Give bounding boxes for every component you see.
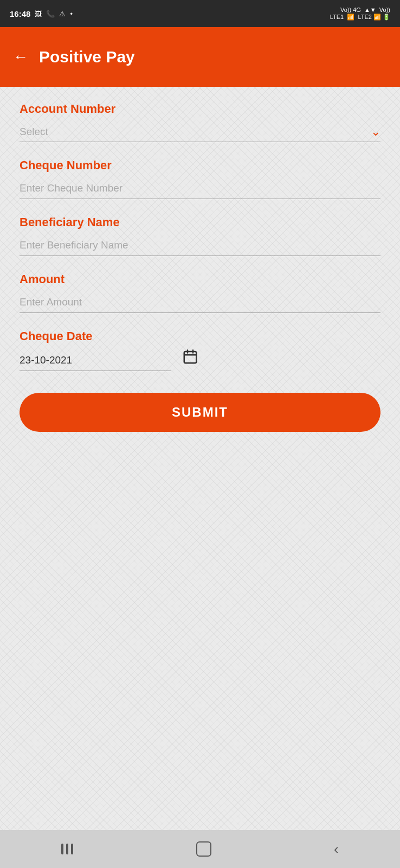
main-content: Account Number Select ⌄ Cheque Number Be… (0, 87, 400, 868)
status-time: 16:48 (10, 9, 30, 18)
status-bar: 16:48 🖼 📞 ⚠ • Vo)) 4G ▲▼ Vo))LTE1 📶 LTE2… (0, 0, 400, 27)
cheque-date-section: Cheque Date (20, 329, 380, 371)
cheque-date-label: Cheque Date (20, 329, 380, 343)
svg-rect-0 (184, 352, 197, 363)
amount-input-wrapper (20, 292, 380, 313)
amount-input[interactable] (20, 292, 380, 313)
cheque-date-input[interactable] (20, 350, 171, 371)
beneficiary-name-input-wrapper (20, 235, 380, 256)
beneficiary-name-section: Beneficiary Name (20, 215, 380, 256)
nav-line-1 (61, 844, 63, 854)
back-nav-icon: ‹ (334, 841, 339, 858)
phone-icon: 📞 (46, 10, 55, 18)
nav-line-2 (66, 844, 68, 854)
status-left: 16:48 🖼 📞 ⚠ • (10, 9, 73, 18)
status-right: Vo)) 4G ▲▼ Vo))LTE1 📶 LTE2 📶 🔋 (330, 7, 390, 21)
nav-home-button[interactable] (196, 841, 211, 857)
cheque-date-wrapper (20, 349, 380, 371)
amount-section: Amount (20, 272, 380, 313)
app-bar: ← Positive Pay (0, 27, 400, 87)
cheque-number-section: Cheque Number (20, 158, 380, 199)
beneficiary-name-input[interactable] (20, 235, 380, 256)
amount-label: Amount (20, 272, 380, 286)
beneficiary-name-label: Beneficiary Name (20, 215, 380, 229)
page-title: Positive Pay (39, 48, 135, 66)
home-icon (196, 841, 211, 857)
account-number-select[interactable]: Select (20, 122, 380, 142)
image-icon: 🖼 (35, 10, 42, 18)
cheque-number-label: Cheque Number (20, 158, 380, 173)
back-button[interactable]: ← (13, 49, 28, 65)
cheque-number-input-wrapper (20, 178, 380, 199)
bottom-nav: ‹ (0, 830, 400, 868)
recent-apps-icon (61, 844, 73, 854)
submit-button[interactable]: SUBMIT (20, 393, 380, 432)
signal-info: Vo)) 4G ▲▼ Vo))LTE1 📶 LTE2 📶 🔋 (330, 7, 390, 21)
account-number-section: Account Number Select ⌄ (20, 102, 380, 142)
nav-back-button[interactable]: ‹ (334, 841, 339, 858)
warning-icon: ⚠ (59, 10, 66, 18)
nav-line-3 (71, 844, 73, 854)
account-number-label: Account Number (20, 102, 380, 116)
nav-recent-apps-button[interactable] (61, 844, 73, 854)
cheque-number-input[interactable] (20, 178, 380, 199)
calendar-icon[interactable] (182, 349, 198, 369)
account-number-dropdown-wrapper: Select ⌄ (20, 122, 380, 142)
dot-icon: • (70, 10, 73, 18)
